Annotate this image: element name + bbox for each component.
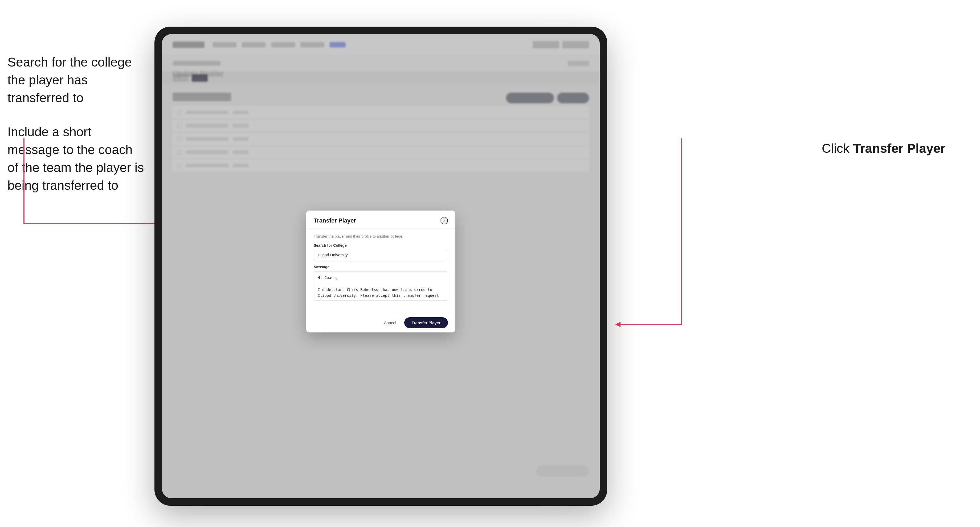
cancel-button[interactable]: Cancel [379,318,401,328]
tablet-screen: Update Roster Transfer Player × Transfer… [162,34,600,498]
search-college-group: Search for College [314,243,448,260]
annotation-text-message: Include a short message to the coach of … [8,123,146,195]
tablet-frame: Update Roster Transfer Player × Transfer… [154,27,607,506]
modal-body: Transfer the player and their profile to… [306,229,455,313]
transfer-player-button[interactable]: Transfer Player [404,317,448,328]
modal-description: Transfer the player and their profile to… [314,234,448,238]
annotation-text-search: Search for the college the player has tr… [8,53,146,107]
message-textarea[interactable]: Hi Coach, I understand Chris Robertson h… [314,271,448,300]
message-group: Message Hi Coach, I understand Chris Rob… [314,265,448,302]
annotation-transfer-label: Transfer Player [853,141,945,156]
svg-marker-4 [615,322,620,327]
modal-title: Transfer Player [314,217,356,224]
modal-header: Transfer Player × [306,211,455,229]
annotation-click-prefix: Click [822,141,853,156]
modal-overlay: Transfer Player × Transfer the player an… [162,34,600,498]
search-college-label: Search for College [314,243,448,248]
message-label: Message [314,265,448,269]
modal-close-button[interactable]: × [441,217,448,224]
transfer-player-modal: Transfer Player × Transfer the player an… [306,211,455,332]
search-college-input[interactable] [314,250,448,260]
modal-footer: Cancel Transfer Player [306,313,455,332]
